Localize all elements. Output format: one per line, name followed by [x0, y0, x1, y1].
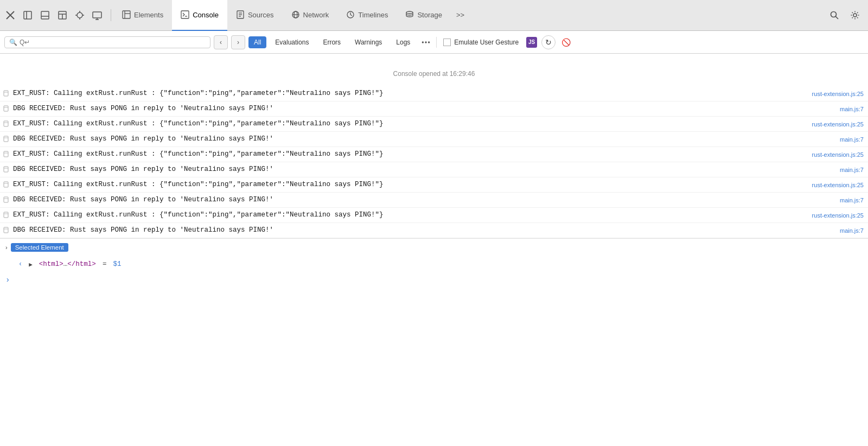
- filter-errors-button[interactable]: Errors: [317, 36, 346, 48]
- dock-bottom-icon[interactable]: [39, 9, 51, 21]
- tab-sources[interactable]: Sources: [227, 0, 283, 31]
- monitor-icon[interactable]: [91, 9, 103, 21]
- tab-elements-label: Elements: [134, 11, 163, 19]
- log-source[interactable]: rust-extension.js:25: [812, 88, 864, 99]
- js-badge[interactable]: JS: [526, 37, 537, 48]
- svg-rect-39: [4, 91, 8, 96]
- log-entry-icon: [3, 212, 9, 221]
- console-prompt-line[interactable]: ›: [0, 272, 868, 288]
- html-tag-close: </html>: [67, 260, 96, 268]
- svg-rect-20: [181, 11, 189, 18]
- log-text: EXT_RUST: Calling extRust.runRust : {"fu…: [13, 119, 806, 129]
- toolbar-left-icons: [4, 9, 111, 21]
- log-text: DBG RECEIVED: Rust says PONG in reply to…: [13, 134, 833, 144]
- tab-sources-label: Sources: [248, 11, 274, 19]
- tab-timelines[interactable]: Timelines: [337, 0, 397, 31]
- svg-rect-49: [4, 167, 8, 172]
- svg-rect-4: [41, 11, 49, 19]
- log-entry-icon: [3, 120, 9, 130]
- html-open-tag: <html>…</html>: [39, 260, 96, 268]
- log-container: EXT_RUST: Calling extRust.runRust : {"fu…: [0, 86, 868, 238]
- search-input[interactable]: [20, 39, 206, 46]
- log-text: EXT_RUST: Calling extRust.runRust : {"fu…: [13, 210, 806, 220]
- svg-line-34: [835, 16, 838, 19]
- search-icon: 🔍: [9, 39, 17, 46]
- html-tag-open: <html>: [39, 260, 63, 268]
- log-line: DBG RECEIVED: Rust says PONG in reply to…: [0, 162, 868, 177]
- log-source[interactable]: rust-extension.js:25: [812, 149, 864, 160]
- clear-console-icon[interactable]: 🚫: [559, 35, 573, 49]
- svg-rect-53: [4, 197, 8, 202]
- log-line: DBG RECEIVED: Rust says PONG in reply to…: [0, 223, 868, 238]
- log-source[interactable]: main.js:7: [840, 134, 864, 144]
- filter-warnings-button[interactable]: Warnings: [349, 36, 387, 48]
- tab-more[interactable]: >>: [451, 0, 470, 31]
- tab-network[interactable]: Network: [283, 0, 338, 31]
- filter-logs-button[interactable]: Logs: [391, 36, 416, 48]
- log-entry-icon: [3, 105, 9, 114]
- search-box[interactable]: 🔍: [4, 36, 210, 48]
- dock-left-icon[interactable]: [22, 9, 34, 21]
- selected-element-chevron[interactable]: ›: [5, 244, 8, 251]
- log-text: EXT_RUST: Calling extRust.runRust : {"fu…: [13, 88, 806, 99]
- crosshair-icon[interactable]: [74, 9, 86, 21]
- settings-button[interactable]: [846, 7, 864, 24]
- tab-elements[interactable]: Elements: [113, 0, 172, 31]
- console-opened-message: Console opened at 16:29:46: [0, 54, 868, 86]
- emulate-user-gesture-label[interactable]: Emulate User Gesture: [443, 39, 519, 46]
- log-line: DBG RECEIVED: Rust says PONG in reply to…: [0, 132, 868, 147]
- svg-rect-2: [24, 11, 31, 19]
- refresh-icon[interactable]: ↻: [541, 35, 556, 49]
- log-entry-icon: [3, 166, 9, 175]
- log-text: DBG RECEIVED: Rust says PONG in reply to…: [13, 104, 833, 114]
- nav-forward-button[interactable]: ›: [231, 35, 245, 49]
- selected-element-header: › Selected Element: [0, 239, 868, 256]
- log-entry-icon: [3, 151, 9, 160]
- tab-console[interactable]: Console: [172, 0, 227, 31]
- log-text: DBG RECEIVED: Rust says PONG in reply to…: [13, 225, 833, 235]
- filter-evaluations-button[interactable]: Evaluations: [270, 36, 314, 48]
- filter-all-button[interactable]: All: [248, 36, 266, 48]
- svg-point-35: [853, 14, 857, 17]
- log-text: DBG RECEIVED: Rust says PONG in reply to…: [13, 164, 833, 175]
- filter-options-icon[interactable]: [420, 36, 432, 48]
- prompt-caret-icon: ›: [5, 276, 10, 284]
- svg-point-36: [422, 41, 424, 43]
- tab-storage-label: Storage: [417, 11, 442, 19]
- log-text: DBG RECEIVED: Rust says PONG in reply to…: [13, 195, 833, 205]
- log-entry-icon: [3, 196, 9, 206]
- search-button[interactable]: [826, 7, 843, 24]
- log-entry-icon: [3, 227, 9, 236]
- filter-divider: [436, 37, 437, 48]
- log-source[interactable]: rust-extension.js:25: [812, 119, 864, 129]
- svg-rect-57: [4, 227, 8, 233]
- svg-line-31: [350, 15, 352, 16]
- log-source[interactable]: main.js:7: [840, 195, 864, 205]
- close-icon[interactable]: [4, 9, 16, 21]
- log-source[interactable]: main.js:7: [840, 225, 864, 235]
- toolbar-right: [826, 7, 864, 24]
- filter-bar: 🔍 ‹ › All Evaluations Errors Warnings Lo…: [0, 31, 868, 54]
- log-entry-icon: [3, 181, 9, 190]
- svg-rect-45: [4, 136, 8, 142]
- tab-storage[interactable]: Storage: [397, 0, 451, 31]
- svg-rect-47: [4, 151, 8, 157]
- emulate-user-gesture-text: Emulate User Gesture: [454, 39, 519, 46]
- more-label: >>: [456, 11, 464, 19]
- log-entry-icon: [3, 136, 9, 145]
- log-source[interactable]: rust-extension.js:25: [812, 210, 864, 220]
- dock-right-icon[interactable]: [56, 9, 68, 21]
- html-reference-line: ‹ ▶ <html>…</html> = $1: [0, 256, 868, 272]
- nav-back-button[interactable]: ‹: [214, 35, 228, 49]
- log-source[interactable]: main.js:7: [840, 164, 864, 175]
- log-line: EXT_RUST: Calling extRust.runRust : {"fu…: [0, 147, 868, 162]
- nav-previous-icon[interactable]: ‹: [16, 259, 24, 269]
- log-source[interactable]: main.js:7: [840, 104, 864, 114]
- log-text: EXT_RUST: Calling extRust.runRust : {"fu…: [13, 180, 806, 190]
- log-source[interactable]: rust-extension.js:25: [812, 180, 864, 190]
- svg-point-32: [406, 11, 413, 14]
- log-entry-icon: [3, 90, 9, 99]
- emulate-user-gesture-checkbox[interactable]: [443, 39, 451, 46]
- tab-console-label: Console: [193, 11, 219, 19]
- expand-html-icon[interactable]: ▶: [29, 261, 33, 268]
